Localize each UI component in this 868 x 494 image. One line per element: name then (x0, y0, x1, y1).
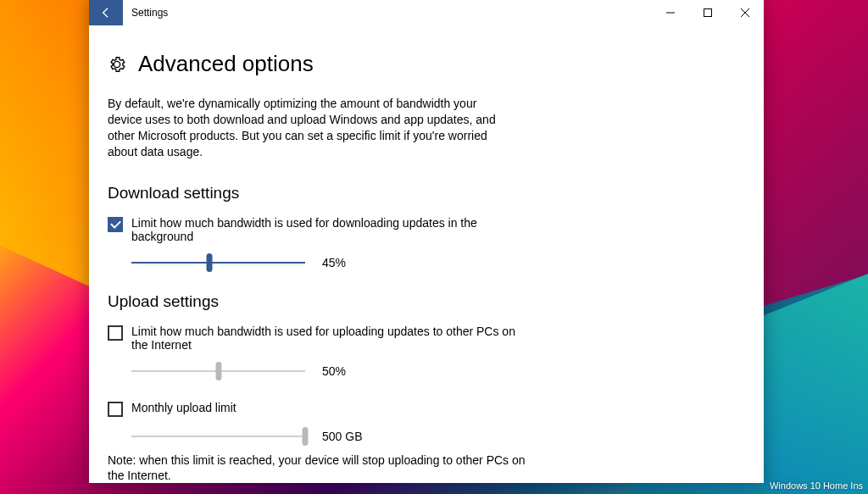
download-slider-value: 45% (322, 256, 346, 269)
settings-window: Settings Advanced options By default, we… (89, 0, 764, 483)
page-title: Advanced options (138, 51, 314, 77)
download-limit-label: Limit how much bandwidth is used for dow… (131, 216, 531, 243)
download-limit-option[interactable]: Limit how much bandwidth is used for dow… (108, 216, 531, 243)
upload-limit-checkbox[interactable] (108, 325, 123, 341)
close-icon (741, 8, 749, 17)
maximize-icon (704, 8, 712, 17)
window-title: Settings (123, 0, 652, 25)
upload-limit-option[interactable]: Limit how much bandwidth is used for upl… (108, 325, 531, 352)
download-limit-checkbox[interactable] (108, 217, 123, 232)
upload-slider-value: 50% (322, 364, 346, 378)
desktop-watermark: Windows 10 Home Ins (770, 480, 863, 491)
titlebar: Settings (89, 0, 764, 25)
upload-limit-label: Limit how much bandwidth is used for upl… (131, 325, 531, 352)
monthly-slider-value: 500 GB (322, 430, 362, 443)
intro-text: By default, we're dynamically optimizing… (108, 96, 502, 160)
upload-note: Note: when this limit is reached, your d… (108, 452, 531, 483)
monthly-limit-slider[interactable] (131, 429, 305, 444)
close-button[interactable] (726, 0, 764, 25)
download-heading: Download settings (108, 184, 745, 203)
back-button[interactable] (89, 0, 123, 25)
gear-icon (108, 55, 126, 74)
minimize-button[interactable] (652, 0, 689, 25)
download-bandwidth-slider[interactable] (131, 255, 305, 270)
svg-rect-1 (704, 9, 712, 17)
arrow-left-icon (99, 6, 113, 19)
maximize-button[interactable] (689, 0, 726, 25)
monthly-limit-label: Monthly upload limit (131, 401, 236, 414)
monthly-limit-option[interactable]: Monthly upload limit (108, 401, 531, 417)
upload-bandwidth-slider[interactable] (131, 364, 305, 379)
upload-heading: Upload settings (108, 292, 745, 311)
monthly-limit-checkbox[interactable] (108, 402, 123, 417)
minimize-icon (666, 8, 675, 17)
